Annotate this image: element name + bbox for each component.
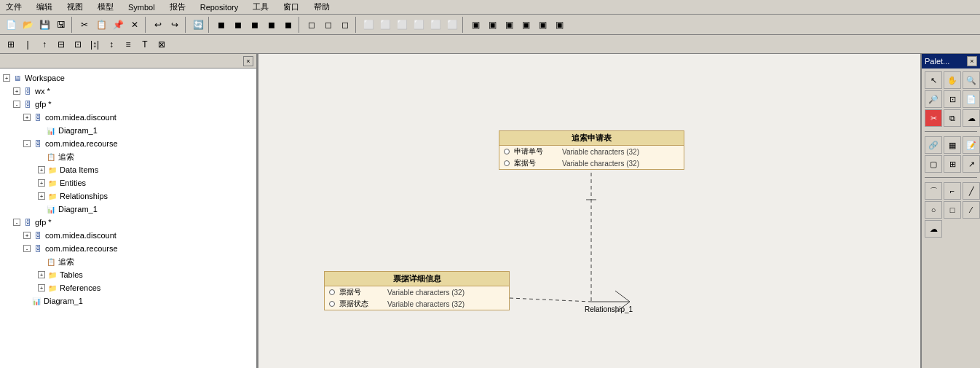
- tree-item-diagram2[interactable]: 📊 Diagram_1: [0, 203, 256, 216]
- toggle-gfp2[interactable]: -: [13, 219, 20, 226]
- tree-item-discount2[interactable]: + 🗄 com.midea.discount: [0, 229, 256, 242]
- tb-c2[interactable]: ◻: [320, 17, 336, 33]
- tb-copy[interactable]: 📋: [93, 17, 109, 33]
- palette-btn-curve[interactable]: ⌒: [925, 182, 942, 200]
- tree-item-zhuisou1[interactable]: 📋 追索: [0, 150, 256, 163]
- menu-symbol[interactable]: Symbol: [125, 2, 158, 12]
- tb-b4[interactable]: ◼: [264, 17, 280, 33]
- tb-b3[interactable]: ◼: [247, 17, 263, 33]
- tb-save2[interactable]: 🖫: [53, 17, 69, 33]
- tb-d1[interactable]: ⬜: [360, 17, 376, 33]
- tb-paste[interactable]: 📌: [110, 17, 126, 33]
- tb-b5[interactable]: ◼: [280, 17, 296, 33]
- panel-close-btn[interactable]: ×: [243, 56, 253, 66]
- toggle-dataitems[interactable]: +: [38, 166, 45, 173]
- tb-e5[interactable]: ▣: [534, 17, 550, 33]
- tb-undo[interactable]: ↩: [150, 17, 166, 33]
- palette-zoom-in[interactable]: 🔍: [963, 71, 980, 89]
- tb-c1[interactable]: ◻: [304, 17, 320, 33]
- tree-item-diagram3[interactable]: 📊 Diagram_1: [0, 294, 256, 308]
- entity-box-1[interactable]: 追索申请表 申请单号 Variable characters (32) 案据号 …: [499, 130, 684, 170]
- tb2-10[interactable]: ⊠: [154, 36, 170, 52]
- toggle-recourse1[interactable]: -: [23, 140, 31, 147]
- tb2-7[interactable]: ↕: [103, 36, 119, 52]
- palette-btn-scissors[interactable]: ✂: [925, 109, 942, 127]
- palette-zoom-page[interactable]: 📄: [963, 90, 980, 108]
- palette-btn-note[interactable]: 📝: [963, 136, 980, 154]
- palette-cursor[interactable]: ↖: [925, 71, 942, 89]
- tb-b1[interactable]: ◼: [213, 17, 229, 33]
- palette-btn-cloud[interactable]: ☁: [963, 109, 980, 127]
- palette-zoom-fit[interactable]: ⊡: [944, 90, 961, 108]
- tb-e1[interactable]: ▣: [467, 17, 483, 33]
- tb2-8[interactable]: ≡: [120, 36, 136, 52]
- menu-repository[interactable]: Repository: [197, 2, 242, 12]
- tb2-4[interactable]: ⊟: [53, 36, 69, 52]
- tree-item-relationships[interactable]: + 📁 Relationships: [0, 189, 256, 203]
- palette-btn-copy2[interactable]: ⧉: [944, 109, 961, 127]
- toggle-discount1[interactable]: +: [23, 114, 31, 121]
- tb2-5[interactable]: ⊡: [70, 36, 86, 52]
- toggle-workspace[interactable]: +: [3, 74, 10, 82]
- tree-item-recourse1[interactable]: - 🗄 com.midea.recourse: [0, 137, 256, 150]
- palette-btn-assoc[interactable]: ↗: [963, 155, 980, 173]
- menu-help[interactable]: 帮助: [311, 1, 333, 13]
- toggle-tables[interactable]: +: [38, 271, 45, 278]
- tree-item-entities[interactable]: + 📁 Entities: [0, 176, 256, 189]
- menu-report[interactable]: 报告: [167, 1, 189, 13]
- palette-btn-link[interactable]: 🔗: [925, 136, 942, 154]
- tb-delete[interactable]: ✕: [127, 17, 143, 33]
- tb-cut[interactable]: ✂: [76, 17, 92, 33]
- toggle-gfp1[interactable]: -: [13, 101, 20, 108]
- tb-new[interactable]: 📄: [3, 17, 19, 33]
- palette-btn-line[interactable]: ╱: [963, 182, 980, 200]
- tb-e4[interactable]: ▣: [518, 17, 534, 33]
- menu-model[interactable]: 模型: [95, 1, 116, 13]
- palette-btn-circle[interactable]: ○: [925, 201, 942, 219]
- entity-box-2[interactable]: 票据详细信息 票据号 Variable characters (32) 票据状态…: [324, 271, 510, 310]
- palette-btn-table[interactable]: ▦: [944, 136, 961, 154]
- menu-file[interactable]: 文件: [3, 1, 25, 13]
- canvas-area[interactable]: 追索申请表 申请单号 Variable characters (32) 案据号 …: [258, 54, 920, 368]
- toggle-recourse2[interactable]: -: [23, 245, 31, 252]
- palette-btn-entity[interactable]: ▢: [925, 155, 942, 173]
- toggle-entities[interactable]: +: [38, 179, 45, 187]
- tb-d2[interactable]: ⬜: [377, 17, 393, 33]
- tree-item-wx[interactable]: + 🗄 wx *: [0, 85, 256, 98]
- tb2-6[interactable]: |↕|: [87, 36, 103, 52]
- menu-edit[interactable]: 编辑: [33, 1, 55, 13]
- tb-save[interactable]: 💾: [36, 17, 52, 33]
- toggle-wx[interactable]: +: [13, 87, 20, 95]
- toggle-discount2[interactable]: +: [23, 232, 31, 239]
- tb-b2[interactable]: ◼: [230, 17, 246, 33]
- palette-btn-angle[interactable]: ⌐: [944, 182, 961, 200]
- tb-e3[interactable]: ▣: [501, 17, 517, 33]
- tb2-1[interactable]: ⊞: [3, 36, 19, 52]
- tb2-9[interactable]: T: [137, 36, 153, 52]
- menu-view[interactable]: 视图: [64, 1, 86, 13]
- tree-item-dataitems[interactable]: + 📁 Data Items: [0, 163, 256, 176]
- palette-btn-rect[interactable]: □: [944, 201, 961, 219]
- tb-open[interactable]: 📂: [20, 17, 36, 33]
- menu-tools[interactable]: 工具: [250, 1, 272, 13]
- palette-btn-rel[interactable]: ⊞: [944, 155, 961, 173]
- tree-area[interactable]: + 🖥 Workspace + 🗄 wx * - 🗄 gfp * + 🗄 com…: [0, 68, 256, 368]
- tree-item-zhuisou2[interactable]: 📋 追索: [0, 255, 256, 268]
- tree-item-recourse2[interactable]: - 🗄 com.midea.recourse: [0, 242, 256, 255]
- palette-close-btn[interactable]: ×: [967, 56, 977, 66]
- tree-item-discount1[interactable]: + 🗄 com.midea.discount: [0, 111, 256, 124]
- palette-btn-polyline[interactable]: ∕: [963, 201, 980, 219]
- tb-redo[interactable]: ↪: [167, 17, 183, 33]
- palette-hand[interactable]: ✋: [944, 71, 961, 89]
- tb-e6[interactable]: ▣: [551, 17, 567, 33]
- tb-d6[interactable]: ⬜: [444, 17, 460, 33]
- toggle-relationships[interactable]: +: [38, 192, 45, 200]
- tree-item-gfp2[interactable]: - 🗄 gfp *: [0, 216, 256, 229]
- tree-item-gfp1[interactable]: - 🗄 gfp *: [0, 98, 256, 111]
- toggle-references[interactable]: +: [38, 284, 45, 291]
- tree-item-tables[interactable]: + 📁 Tables: [0, 268, 256, 281]
- tree-item-diagram1[interactable]: 📊 Diagram_1: [0, 124, 256, 137]
- tb-refresh[interactable]: 🔄: [190, 17, 206, 33]
- palette-zoom-out[interactable]: 🔎: [925, 90, 942, 108]
- tb2-3[interactable]: ↑: [36, 36, 52, 52]
